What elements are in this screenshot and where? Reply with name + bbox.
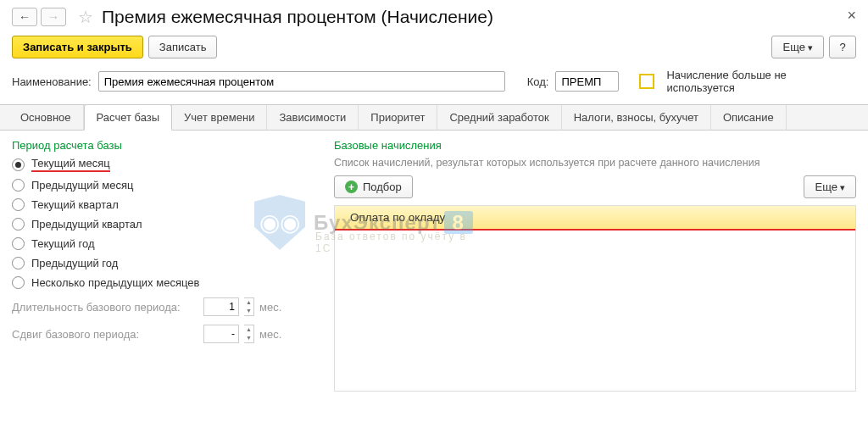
radio-icon (12, 179, 25, 192)
period-option-0[interactable]: Текущий месяц (12, 157, 317, 172)
tab-1[interactable]: Расчет базы (84, 104, 173, 131)
radio-label: Предыдущий год (31, 257, 118, 270)
nav-back-button[interactable]: ← (12, 8, 37, 26)
shift-label: Сдвиг базового периода: (12, 328, 198, 341)
podbor-label: Подбор (363, 181, 402, 193)
radio-label: Текущий квартал (31, 198, 119, 211)
tab-5[interactable]: Средний заработок (437, 105, 561, 130)
disabled-checkbox[interactable] (639, 74, 654, 89)
base-section-desc: Список начислений, результат которых исп… (334, 157, 856, 169)
shift-input[interactable] (203, 325, 239, 343)
nav-forward-button[interactable]: → (41, 8, 66, 26)
radio-icon (12, 276, 25, 289)
shift-stepper[interactable]: ▲▼ (244, 325, 254, 343)
base-section-title: Базовые начисления (334, 139, 856, 152)
duration-label: Длительность базового периода: (12, 301, 198, 314)
code-input[interactable] (555, 71, 619, 92)
plus-icon: + (345, 181, 358, 193)
page-title: Премия ежемесячная процентом (Начисление… (102, 7, 493, 27)
tab-4[interactable]: Приоритет (359, 105, 437, 130)
code-label: Код: (527, 75, 549, 88)
duration-stepper[interactable]: ▲▼ (244, 297, 254, 316)
period-option-2[interactable]: Текущий квартал (12, 198, 317, 211)
duration-input[interactable] (203, 297, 239, 316)
period-option-1[interactable]: Предыдущий месяц (12, 179, 317, 192)
tab-0[interactable]: Основное (8, 105, 84, 130)
period-option-3[interactable]: Предыдущий квартал (12, 218, 317, 231)
duration-unit: мес. (259, 301, 281, 314)
radio-icon (12, 237, 25, 250)
radio-icon (12, 198, 25, 211)
radio-icon (12, 257, 25, 270)
radio-icon (12, 218, 25, 231)
name-input[interactable] (98, 71, 505, 92)
radio-label: Несколько предыдущих месяцев (31, 276, 199, 289)
base-more-button[interactable]: Еще (804, 175, 856, 198)
help-button[interactable]: ? (829, 36, 856, 58)
name-label: Наименование: (12, 75, 92, 88)
save-button[interactable]: Записать (148, 36, 218, 58)
period-option-4[interactable]: Текущий год (12, 237, 317, 250)
period-option-5[interactable]: Предыдущий год (12, 257, 317, 270)
radio-label: Предыдущий месяц (31, 179, 134, 192)
period-section-title: Период расчета базы (12, 139, 317, 152)
list-item[interactable]: Оплата по окладу (335, 206, 855, 231)
close-icon[interactable]: × (847, 7, 856, 25)
radio-icon (12, 158, 25, 171)
base-list[interactable]: Оплата по окладу (334, 205, 856, 392)
tab-3[interactable]: Зависимости (267, 105, 359, 130)
more-button[interactable]: Еще (771, 36, 824, 58)
radio-label: Предыдущий квартал (31, 218, 142, 231)
tab-2[interactable]: Учет времени (172, 105, 267, 130)
favorite-star-icon[interactable]: ☆ (78, 7, 93, 27)
tab-6[interactable]: Налоги, взносы, бухучет (562, 105, 711, 130)
save-close-button[interactable]: Записать и закрыть (12, 36, 143, 58)
shift-unit: мес. (259, 328, 281, 341)
disabled-checkbox-label: Начисление больше не используется (666, 69, 802, 94)
period-option-6[interactable]: Несколько предыдущих месяцев (12, 276, 317, 289)
radio-label: Текущий месяц (31, 157, 110, 172)
tabs-bar: ОсновноеРасчет базыУчет времениЗависимос… (0, 104, 868, 131)
tab-7[interactable]: Описание (711, 105, 787, 130)
radio-label: Текущий год (31, 237, 95, 250)
podbor-button[interactable]: + Подбор (334, 175, 413, 198)
